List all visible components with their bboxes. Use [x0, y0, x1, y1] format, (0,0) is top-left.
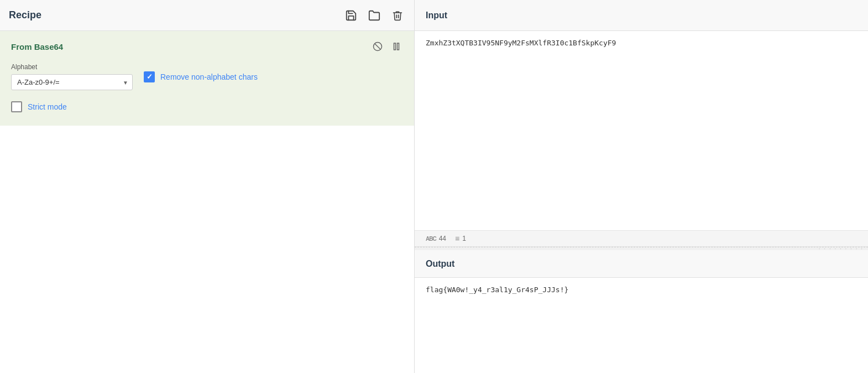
- recipe-title: Recipe: [9, 9, 41, 21]
- output-header: Output: [415, 250, 868, 278]
- disable-operation-button[interactable]: [371, 40, 384, 53]
- line-count-value: 1: [462, 235, 466, 242]
- strict-mode-row: Strict mode: [11, 101, 403, 112]
- output-title: Output: [426, 259, 454, 269]
- input-header: Input: [415, 0, 868, 31]
- operation-title-text: From Base64: [11, 42, 63, 51]
- save-button[interactable]: [343, 8, 359, 23]
- open-button[interactable]: [367, 8, 382, 23]
- svg-rect-3: [398, 43, 399, 50]
- strict-mode-label: Strict mode: [28, 102, 67, 111]
- delete-button[interactable]: [390, 8, 405, 23]
- alphabet-select[interactable]: A-Za-z0-9+/= A-Za-z0-9-_ A-Za-z0-9+/: [11, 74, 133, 90]
- recipe-toolbar: [343, 8, 405, 23]
- remove-non-alphabet-row: Remove non-alphabet chars: [144, 71, 258, 82]
- recipe-header: Recipe: [0, 0, 414, 31]
- remove-non-alphabet-label: Remove non-alphabet chars: [160, 72, 258, 81]
- remove-non-alphabet-checkbox[interactable]: [144, 71, 155, 82]
- alphabet-label: Alphabet: [11, 63, 133, 71]
- alphabet-row: Alphabet A-Za-z0-9+/= A-Za-z0-9-_ A-Za-z…: [11, 63, 403, 90]
- recipe-body: From Base64: [0, 31, 414, 373]
- strict-mode-checkbox[interactable]: [11, 101, 22, 112]
- alphabet-field-group: Alphabet A-Za-z0-9+/= A-Za-z0-9-_ A-Za-z…: [11, 63, 133, 90]
- right-panel: Input ZmxhZ3tXQTB3IV95NF9yM2FsMXlfR3I0c1…: [415, 0, 868, 373]
- char-count-value: 44: [439, 235, 446, 242]
- output-content: flag{WA0w!_y4_r3al1y_Gr4sP_JJJs!}: [415, 278, 868, 302]
- output-panel: Output flag{WA0w!_y4_r3al1y_Gr4sP_JJJs!}: [415, 250, 868, 302]
- operation-title-row: From Base64: [11, 40, 403, 53]
- operation-card: From Base64: [0, 31, 414, 126]
- svg-line-1: [375, 44, 381, 50]
- pause-operation-button[interactable]: [390, 40, 403, 53]
- input-title: Input: [426, 11, 447, 20]
- char-count-stat: ABC 44: [426, 235, 446, 242]
- abc-icon: ABC: [426, 236, 436, 242]
- input-textarea[interactable]: ZmxhZ3tXQTB3IV95NF9yM2FsMXlfR3I0c1BfSkpK…: [415, 31, 868, 230]
- operation-controls: [371, 40, 403, 53]
- line-count-stat: ≡ 1: [455, 234, 466, 243]
- left-panel: Recipe: [0, 0, 415, 373]
- lines-icon: ≡: [455, 234, 459, 243]
- input-stats-bar: ABC 44 ≡ 1: [415, 230, 868, 247]
- svg-rect-2: [394, 43, 396, 50]
- alphabet-select-wrapper[interactable]: A-Za-z0-9+/= A-Za-z0-9-_ A-Za-z0-9+/: [11, 74, 133, 90]
